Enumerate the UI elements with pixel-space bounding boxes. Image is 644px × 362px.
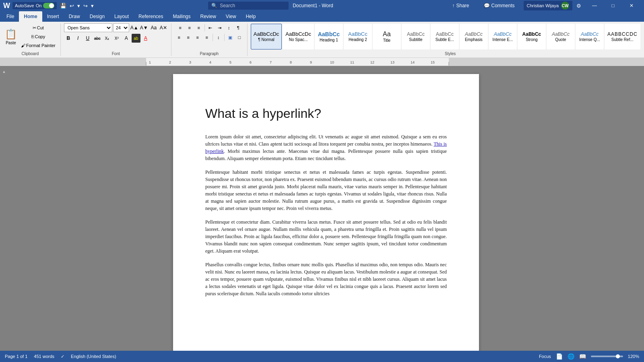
align-left-button[interactable]: ≡ (175, 33, 184, 42)
bullets-button[interactable]: ≡ (176, 23, 185, 32)
style-heading2[interactable]: AaBbCc Heading 2 (344, 24, 372, 49)
superscript-button[interactable]: X² (112, 34, 121, 43)
tab-mailings[interactable]: Mailings (168, 11, 195, 22)
format-painter-button[interactable]: 🖌 Format Painter (19, 41, 57, 49)
style-quote[interactable]: AaBbCc Quote (547, 24, 575, 49)
bold-button[interactable]: B (64, 34, 73, 43)
tab-insert[interactable]: Insert (42, 11, 64, 22)
view-read-icon[interactable]: 📖 (579, 353, 586, 360)
italic-button[interactable]: I (74, 34, 83, 43)
styles-scroll-up[interactable]: ▲ (641, 24, 644, 32)
autosave-on-label: On (36, 3, 42, 8)
tab-references[interactable]: References (134, 11, 168, 22)
change-case-button[interactable]: Aa (149, 23, 158, 32)
increase-indent-button[interactable]: ⇥ (215, 23, 224, 32)
cut-button[interactable]: ✂ Cut (19, 24, 57, 32)
show-hide-button[interactable]: ¶ (234, 23, 243, 32)
styles-scroll-down[interactable]: ▼ (641, 32, 644, 41)
border-button[interactable]: □ (235, 33, 244, 42)
tab-file[interactable]: File (2, 11, 19, 22)
style-subtle-ref[interactable]: AaBBCcDc Subtle Ref... (605, 24, 640, 49)
search-icon: 🔍 (211, 3, 217, 8)
style-intense-quote[interactable]: AaBbCc Intense Q... (576, 24, 604, 49)
autosave-toggle[interactable]: On (36, 3, 42, 8)
text-effects-button[interactable]: A (122, 34, 131, 43)
font-color-button[interactable]: A (141, 34, 150, 43)
save-button[interactable]: 💾 (59, 3, 67, 9)
font-size-select[interactable]: 24 (113, 23, 129, 32)
focus-button[interactable]: Focus (539, 354, 551, 359)
copy-button[interactable]: ⎘ Copy (19, 33, 57, 41)
style-subtitle[interactable]: AaBbCc Subtitle (402, 24, 430, 49)
justify-button[interactable]: ≡ (202, 33, 211, 42)
page-count[interactable]: Page 1 of 1 (5, 354, 27, 359)
shading-button[interactable]: ▣ (226, 33, 235, 42)
maximize-button[interactable]: □ (604, 0, 622, 11)
tab-home[interactable]: Home (19, 11, 42, 22)
align-right-button[interactable]: ≡ (193, 33, 202, 42)
style-heading2-label: Heading 2 (349, 37, 367, 42)
underline-button[interactable]: U (83, 34, 92, 43)
comments-button[interactable]: 💬 Comments (478, 1, 520, 10)
redo-button[interactable]: ↪ (83, 3, 89, 9)
increase-font-button[interactable]: A▲ (130, 23, 139, 32)
paste-button[interactable]: 📋 Paste (3, 24, 19, 49)
view-web-icon[interactable]: 🌐 (568, 353, 574, 360)
numbering-button[interactable]: ≡ (185, 23, 194, 32)
style-emphasis-preview: AaBbCc (465, 32, 483, 37)
style-normal[interactable]: AaBbCcDc ¶ Normal (251, 24, 282, 49)
zoom-level[interactable]: 120% (628, 354, 639, 359)
settings-icon[interactable]: ⚙ (576, 3, 582, 9)
center-button[interactable]: ≡ (184, 33, 193, 42)
tab-design[interactable]: Design (85, 11, 109, 22)
decrease-indent-button[interactable]: ⇤ (206, 23, 215, 32)
user-badge[interactable]: Christian Wijaya CW (524, 1, 572, 10)
style-strong[interactable]: AaBbCc Strong (518, 24, 546, 49)
customize-qat[interactable]: ▾ (90, 3, 95, 9)
style-subtle-emphasis[interactable]: AaBbCc Subtle E... (431, 24, 459, 49)
view-print-icon[interactable]: 📄 (556, 353, 563, 360)
clipboard-group: 📋 Paste ✂ Cut ⎘ Copy 🖌 Format Painter Cl… (0, 23, 61, 56)
word-count[interactable]: 451 words (34, 354, 54, 359)
user-name: Christian Wijaya (527, 3, 559, 8)
minimize-button[interactable]: — (585, 0, 604, 11)
style-subtitle-label: Subtitle (409, 37, 422, 42)
multilevel-button[interactable]: ≡ (194, 23, 203, 32)
tab-review[interactable]: Review (196, 11, 221, 22)
tab-view[interactable]: View (221, 11, 241, 22)
autosave-badge[interactable]: AutoSave On (12, 2, 57, 9)
document-title: Document1 - Word (293, 3, 333, 8)
undo-button[interactable]: ↩ (69, 3, 75, 9)
tab-help[interactable]: Help (241, 11, 261, 22)
close-button[interactable]: ✕ (622, 0, 641, 11)
line-spacing-button[interactable]: ↕ (214, 33, 223, 42)
comments-icon: 💬 (484, 3, 490, 8)
font-content: Open Sans 24 A▲ A▼ Aa A✕ B I U abc X₂ X²… (64, 23, 168, 50)
undo-dropdown[interactable]: ▾ (76, 3, 81, 9)
clear-format-button[interactable]: A✕ (159, 23, 168, 32)
user-avatar: CW (561, 2, 569, 10)
style-emphasis[interactable]: AaBbCc Emphasis (460, 24, 488, 49)
share-button[interactable]: ↑ Share (446, 1, 475, 10)
autosave-toggle-switch[interactable] (43, 3, 54, 8)
style-title[interactable]: Aa Title (373, 24, 401, 49)
search-bar[interactable]: 🔍 (208, 2, 289, 10)
style-heading1[interactable]: AaBbCc Heading 1 (315, 24, 343, 49)
styles-expand[interactable]: ▾ (641, 41, 644, 49)
language-label[interactable]: English (United States) (71, 354, 116, 359)
search-input[interactable] (220, 3, 284, 8)
tab-draw[interactable]: Draw (64, 11, 85, 22)
strikethrough-button[interactable]: abc (93, 34, 102, 43)
document-scroll[interactable]: What is a hyperlink? Lorem ipsum dolor s… (8, 66, 644, 351)
subscript-button[interactable]: X₂ (103, 34, 111, 43)
sort-button[interactable]: ↕ (225, 23, 233, 32)
style-intense-emphasis[interactable]: AaBbCc Intense E... (489, 24, 517, 49)
font-family-select[interactable]: Open Sans (64, 23, 112, 32)
style-no-spacing[interactable]: AaBbCcDc No Spac... (283, 24, 314, 49)
tab-layout[interactable]: Layout (109, 11, 134, 22)
zoom-slider[interactable] (591, 356, 623, 357)
svg-text:14: 14 (411, 60, 415, 64)
decrease-font-button[interactable]: A▼ (140, 23, 149, 32)
hyperlink[interactable]: This is hyperlink (205, 141, 447, 154)
text-highlight-button[interactable]: ab (132, 34, 140, 43)
